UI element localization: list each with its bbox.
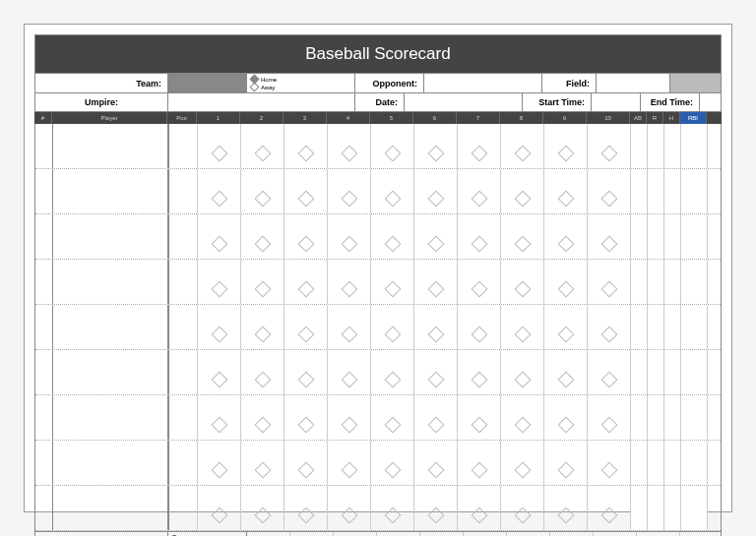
diamond-icon xyxy=(297,235,314,252)
player-row[interactable] xyxy=(35,183,721,214)
diamond-icon xyxy=(600,280,617,297)
diamond-icon xyxy=(297,506,314,523)
diamond-icon xyxy=(254,235,271,252)
diamond-icon xyxy=(297,326,314,342)
player-row[interactable] xyxy=(35,273,721,305)
player-row[interactable] xyxy=(35,124,721,138)
diamond-icon xyxy=(384,461,401,478)
diamond-icon xyxy=(384,280,401,297)
diamond-icon xyxy=(427,190,444,207)
diamond-icon xyxy=(341,145,357,161)
diamond-icon xyxy=(514,280,531,297)
umpire-label: Umpire: xyxy=(35,93,168,111)
diamond-icon xyxy=(471,235,487,252)
diamond-icon xyxy=(384,371,401,387)
player-row[interactable] xyxy=(35,214,721,228)
hdr-inn-5: 5 xyxy=(370,112,413,124)
player-row[interactable] xyxy=(35,409,721,441)
diamond-icon xyxy=(211,235,227,252)
player-row[interactable] xyxy=(35,305,721,319)
umpire-value[interactable] xyxy=(168,93,355,111)
diamond-icon xyxy=(384,506,401,523)
totals-stats xyxy=(680,532,721,536)
diamond-icon xyxy=(557,506,574,523)
player-row[interactable] xyxy=(35,486,721,500)
player-row[interactable] xyxy=(35,441,721,454)
diamond-icon xyxy=(384,145,401,161)
date-label: Date: xyxy=(355,93,405,111)
field-value[interactable] xyxy=(597,74,670,92)
diamond-icon xyxy=(600,506,617,523)
diamond-icon xyxy=(471,145,487,161)
diamond-icon xyxy=(297,461,314,478)
player-row[interactable] xyxy=(35,319,721,350)
totals-innings xyxy=(247,532,680,536)
end-time-value[interactable] xyxy=(700,93,721,111)
diamond-icon xyxy=(600,371,617,387)
diamond-icon xyxy=(384,326,401,342)
diamond-icon xyxy=(254,416,271,433)
player-row[interactable] xyxy=(35,500,721,531)
hdr-ab: AB xyxy=(630,112,647,124)
player-row[interactable] xyxy=(35,169,721,183)
opponent-value[interactable] xyxy=(424,74,542,92)
diamond-icon xyxy=(557,416,574,433)
legend-away: Away xyxy=(261,85,276,90)
totals-row: Totals Runs Hits Errors Left On xyxy=(34,532,722,536)
diamond-icon xyxy=(427,416,444,433)
diamond-icon xyxy=(471,506,487,523)
diamond-icon xyxy=(600,235,617,252)
player-row[interactable] xyxy=(35,364,721,395)
date-value[interactable] xyxy=(405,93,523,111)
totals-label: Totals xyxy=(35,532,168,536)
legend-home: Home xyxy=(261,77,277,83)
diamond-icon xyxy=(297,371,314,387)
hdr-inn-7: 7 xyxy=(457,112,500,124)
diamond-icon xyxy=(600,145,617,161)
diamond-icon xyxy=(427,326,444,342)
diamond-icon xyxy=(557,280,574,297)
diamond-icon xyxy=(600,190,617,207)
diamond-icon xyxy=(254,506,271,523)
diamond-icon xyxy=(557,461,574,478)
diamond-icon xyxy=(427,506,444,523)
diamond-icon xyxy=(341,326,357,342)
player-row[interactable] xyxy=(35,260,721,273)
player-row[interactable] xyxy=(35,454,721,486)
diamond-icon xyxy=(211,371,227,387)
player-row[interactable] xyxy=(35,395,721,409)
diamond-icon xyxy=(427,371,444,387)
diamond-icon xyxy=(557,145,574,161)
end-time-label: End Time: xyxy=(641,93,700,111)
diamond-icon xyxy=(600,326,617,342)
team-value[interactable] xyxy=(168,74,247,92)
opponent-label: Opponent: xyxy=(355,74,424,92)
hdr-player: Player xyxy=(52,112,167,124)
info-row-1: Team: Home Away Opponent: Field: xyxy=(34,74,722,93)
scorecard-sheet: Baseball Scorecard Team: Home Away Oppon… xyxy=(24,24,732,512)
diamond-icon xyxy=(341,280,357,297)
diamond-icon xyxy=(471,280,487,297)
diamond-icon xyxy=(341,506,357,523)
field-label: Field: xyxy=(542,74,597,92)
diamond-icon xyxy=(427,280,444,297)
hdr-inn-3: 3 xyxy=(284,112,327,124)
tail-cell xyxy=(670,74,721,92)
diamond-icon xyxy=(471,461,487,478)
player-row[interactable] xyxy=(35,228,721,260)
hdr-pos: Pos xyxy=(167,112,197,124)
diamond-icon xyxy=(211,461,227,478)
start-time-value[interactable] xyxy=(592,93,641,111)
hdr-inn-4: 4 xyxy=(327,112,370,124)
diamond-icon xyxy=(384,235,401,252)
hdr-inn-1: 1 xyxy=(197,112,240,124)
hdr-num: # xyxy=(34,112,52,124)
diamond-icon xyxy=(297,280,314,297)
diamond-icon xyxy=(514,190,531,207)
player-row[interactable] xyxy=(35,138,721,169)
player-row[interactable] xyxy=(35,350,721,364)
start-time-label: Start Time: xyxy=(523,93,592,111)
diamond-icon xyxy=(297,145,314,161)
diamond-icon xyxy=(341,235,357,252)
hdr-inn-2: 2 xyxy=(240,112,284,124)
